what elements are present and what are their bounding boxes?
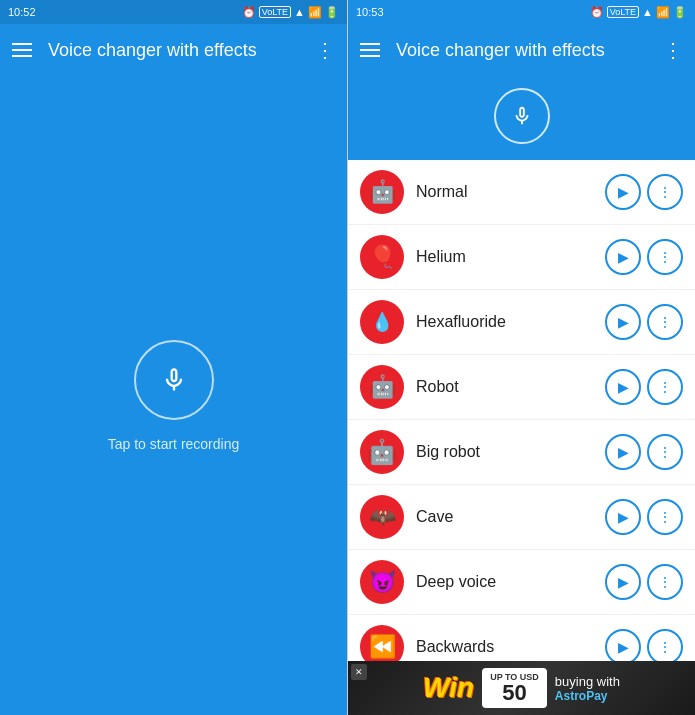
effect-item-cave: 🦇 Cave ▶ ⋮	[348, 485, 695, 550]
left-volte-icon: VoLTE	[259, 6, 291, 18]
effects-list: 🤖 Normal ▶ ⋮ 🎈 Helium ▶ ⋮ 💧 Hexafluo	[348, 160, 695, 661]
ad-close-button[interactable]: ✕	[351, 664, 367, 680]
effect-item-big-robot: 🤖 Big robot ▶ ⋮	[348, 420, 695, 485]
normal-more-button[interactable]: ⋮	[647, 174, 683, 210]
left-mic-icon	[160, 366, 188, 394]
right-battery-icon: 🔋	[673, 6, 687, 19]
cave-more-button[interactable]: ⋮	[647, 499, 683, 535]
backwards-icon-circle: ⏪	[360, 625, 404, 661]
normal-actions: ▶ ⋮	[605, 174, 683, 210]
robot-play-button[interactable]: ▶	[605, 369, 641, 405]
left-app-title: Voice changer with effects	[48, 40, 299, 61]
helium-play-button[interactable]: ▶	[605, 239, 641, 275]
robot-more-button[interactable]: ⋮	[647, 369, 683, 405]
left-signal-icon: ▲	[294, 6, 305, 18]
robot-icon-circle: 🤖	[360, 365, 404, 409]
normal-icon: 🤖	[369, 179, 396, 205]
big-robot-more-button[interactable]: ⋮	[647, 434, 683, 470]
cave-play-button[interactable]: ▶	[605, 499, 641, 535]
ad-content: Win UP TO USD 50 buying with AstroPay	[348, 661, 695, 715]
right-top-bar: Voice changer with effects ⋮	[348, 24, 695, 76]
right-alarm-icon: ⏰	[590, 6, 604, 19]
helium-actions: ▶ ⋮	[605, 239, 683, 275]
left-status-bar: 10:52 ⏰ VoLTE ▲ 📶 🔋	[0, 0, 347, 24]
left-phone: 10:52 ⏰ VoLTE ▲ 📶 🔋 Voice changer with e…	[0, 0, 347, 715]
hexafluoride-actions: ▶ ⋮	[605, 304, 683, 340]
cave-label: Cave	[416, 508, 593, 526]
big-robot-icon-circle: 🤖	[360, 430, 404, 474]
ad-buying-text: buying with	[555, 674, 620, 689]
left-alarm-icon: ⏰	[242, 6, 256, 19]
effect-item-deep-voice: 😈 Deep voice ▶ ⋮	[348, 550, 695, 615]
effect-item-helium: 🎈 Helium ▶ ⋮	[348, 225, 695, 290]
hexafluoride-play-button[interactable]: ▶	[605, 304, 641, 340]
ad-text-group: buying with AstroPay	[555, 674, 620, 703]
ad-close-icon: ✕	[355, 667, 363, 677]
deep-voice-label: Deep voice	[416, 573, 593, 591]
helium-more-button[interactable]: ⋮	[647, 239, 683, 275]
right-status-icons: ⏰ VoLTE ▲ 📶 🔋	[590, 6, 687, 19]
right-signal-icon: ▲	[642, 6, 653, 18]
left-time: 10:52	[8, 6, 36, 18]
left-overflow-menu-icon[interactable]: ⋮	[315, 38, 335, 62]
left-mic-button[interactable]	[134, 340, 214, 420]
cave-icon: 🦇	[369, 504, 396, 530]
ad-amount-text: 50	[502, 682, 526, 704]
cave-actions: ▶ ⋮	[605, 499, 683, 535]
robot-icon: 🤖	[369, 374, 396, 400]
big-robot-play-button[interactable]: ▶	[605, 434, 641, 470]
left-top-bar: Voice changer with effects ⋮	[0, 24, 347, 76]
backwards-icon: ⏪	[369, 634, 396, 660]
left-tap-text[interactable]: Tap to start recording	[108, 436, 240, 452]
right-app-title: Voice changer with effects	[396, 40, 647, 61]
helium-icon: 🎈	[369, 244, 396, 270]
big-robot-label: Big robot	[416, 443, 593, 461]
hexafluoride-icon-circle: 💧	[360, 300, 404, 344]
big-robot-icon: 🤖	[367, 438, 397, 466]
left-main-content: Tap to start recording	[0, 76, 347, 715]
helium-label: Helium	[416, 248, 593, 266]
robot-actions: ▶ ⋮	[605, 369, 683, 405]
ad-amount-box: UP TO USD 50	[482, 668, 547, 709]
left-wifi-icon: 📶	[308, 6, 322, 19]
backwards-label: Backwards	[416, 638, 593, 656]
backwards-play-button[interactable]: ▶	[605, 629, 641, 661]
left-status-icons: ⏰ VoLTE ▲ 📶 🔋	[242, 6, 339, 19]
deep-voice-more-button[interactable]: ⋮	[647, 564, 683, 600]
effect-item-normal: 🤖 Normal ▶ ⋮	[348, 160, 695, 225]
backwards-actions: ▶ ⋮	[605, 629, 683, 661]
cave-icon-circle: 🦇	[360, 495, 404, 539]
left-hamburger-icon[interactable]	[12, 43, 32, 57]
robot-label: Robot	[416, 378, 593, 396]
hexafluoride-icon: 💧	[371, 311, 393, 333]
ad-banner[interactable]: Win UP TO USD 50 buying with AstroPay ✕	[348, 661, 695, 715]
right-time: 10:53	[356, 6, 384, 18]
right-mic-button[interactable]	[494, 88, 550, 144]
right-status-bar: 10:53 ⏰ VoLTE ▲ 📶 🔋	[348, 0, 695, 24]
helium-icon-circle: 🎈	[360, 235, 404, 279]
normal-label: Normal	[416, 183, 593, 201]
normal-play-button[interactable]: ▶	[605, 174, 641, 210]
right-volte-icon: VoLTE	[607, 6, 639, 18]
big-robot-actions: ▶ ⋮	[605, 434, 683, 470]
right-overflow-menu-icon[interactable]: ⋮	[663, 38, 683, 62]
right-mic-icon	[511, 105, 533, 127]
hexafluoride-label: Hexafluoride	[416, 313, 593, 331]
right-phone: 10:53 ⏰ VoLTE ▲ 📶 🔋 Voice changer with e…	[347, 0, 695, 715]
right-hamburger-icon[interactable]	[360, 43, 380, 57]
hexafluoride-more-button[interactable]: ⋮	[647, 304, 683, 340]
deep-voice-icon: 😈	[369, 569, 396, 595]
deep-voice-actions: ▶ ⋮	[605, 564, 683, 600]
effect-item-robot: 🤖 Robot ▶ ⋮	[348, 355, 695, 420]
effect-item-backwards: ⏪ Backwards ▶ ⋮	[348, 615, 695, 661]
left-battery-icon: 🔋	[325, 6, 339, 19]
effect-item-hexafluoride: 💧 Hexafluoride ▶ ⋮	[348, 290, 695, 355]
right-wifi-icon: 📶	[656, 6, 670, 19]
ad-brand-text: AstroPay	[555, 689, 620, 703]
right-header	[348, 76, 695, 160]
normal-icon-circle: 🤖	[360, 170, 404, 214]
deep-voice-play-button[interactable]: ▶	[605, 564, 641, 600]
ad-win-text: Win	[423, 672, 474, 704]
deep-voice-icon-circle: 😈	[360, 560, 404, 604]
backwards-more-button[interactable]: ⋮	[647, 629, 683, 661]
